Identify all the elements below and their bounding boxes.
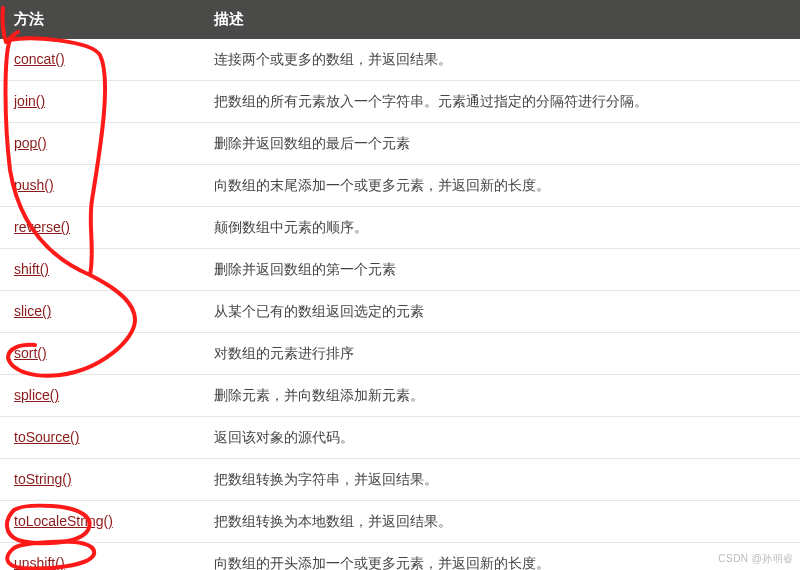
- method-link-reverse[interactable]: reverse(): [14, 219, 70, 235]
- method-link-sort[interactable]: sort(): [14, 345, 47, 361]
- method-description: 把数组转换为字符串，并返回结果。: [200, 459, 800, 501]
- table-row: join() 把数组的所有元素放入一个字符串。元素通过指定的分隔符进行分隔。: [0, 81, 800, 123]
- method-description: 返回该对象的源代码。: [200, 417, 800, 459]
- method-link-unshift[interactable]: unshift(): [14, 555, 65, 570]
- method-link-splice[interactable]: splice(): [14, 387, 59, 403]
- table-row: reverse() 颠倒数组中元素的顺序。: [0, 207, 800, 249]
- method-description: 从某个已有的数组返回选定的元素: [200, 291, 800, 333]
- table-row: pop() 删除并返回数组的最后一个元素: [0, 123, 800, 165]
- column-method-header: 方法: [0, 0, 200, 39]
- method-description: 删除并返回数组的第一个元素: [200, 249, 800, 291]
- method-link-tolocalestring[interactable]: toLocaleString(): [14, 513, 113, 529]
- table-header: 方法 描述: [0, 0, 800, 39]
- method-link-shift[interactable]: shift(): [14, 261, 49, 277]
- table-row: splice() 删除元素，并向数组添加新元素。: [0, 375, 800, 417]
- method-link-tostring[interactable]: toString(): [14, 471, 72, 487]
- method-description: 对数组的元素进行排序: [200, 333, 800, 375]
- table-row: push() 向数组的末尾添加一个或更多元素，并返回新的长度。: [0, 165, 800, 207]
- watermark: CSDN @孙明睿: [718, 552, 794, 566]
- method-description: 把数组的所有元素放入一个字符串。元素通过指定的分隔符进行分隔。: [200, 81, 800, 123]
- method-link-slice[interactable]: slice(): [14, 303, 51, 319]
- method-description: 删除并返回数组的最后一个元素: [200, 123, 800, 165]
- method-link-join[interactable]: join(): [14, 93, 45, 109]
- method-description: 把数组转换为本地数组，并返回结果。: [200, 501, 800, 543]
- table-row: slice() 从某个已有的数组返回选定的元素: [0, 291, 800, 333]
- method-link-pop[interactable]: pop(): [14, 135, 47, 151]
- table-row: concat() 连接两个或更多的数组，并返回结果。: [0, 39, 800, 81]
- method-link-push[interactable]: push(): [14, 177, 54, 193]
- method-description: 删除元素，并向数组添加新元素。: [200, 375, 800, 417]
- table-row: toSource() 返回该对象的源代码。: [0, 417, 800, 459]
- column-description-header: 描述: [200, 0, 800, 39]
- table-row: toString() 把数组转换为字符串，并返回结果。: [0, 459, 800, 501]
- methods-table: 方法 描述 concat() 连接两个或更多的数组，并返回结果。 join() …: [0, 0, 800, 570]
- method-description: 连接两个或更多的数组，并返回结果。: [200, 39, 800, 81]
- method-link-concat[interactable]: concat(): [14, 51, 65, 67]
- table-row: toLocaleString() 把数组转换为本地数组，并返回结果。: [0, 501, 800, 543]
- table-row: unshift() 向数组的开头添加一个或更多元素，并返回新的长度。: [0, 543, 800, 571]
- method-description: 向数组的末尾添加一个或更多元素，并返回新的长度。: [200, 165, 800, 207]
- method-description: 向数组的开头添加一个或更多元素，并返回新的长度。: [200, 543, 800, 571]
- table-row: sort() 对数组的元素进行排序: [0, 333, 800, 375]
- table-row: shift() 删除并返回数组的第一个元素: [0, 249, 800, 291]
- method-link-tosource[interactable]: toSource(): [14, 429, 79, 445]
- method-description: 颠倒数组中元素的顺序。: [200, 207, 800, 249]
